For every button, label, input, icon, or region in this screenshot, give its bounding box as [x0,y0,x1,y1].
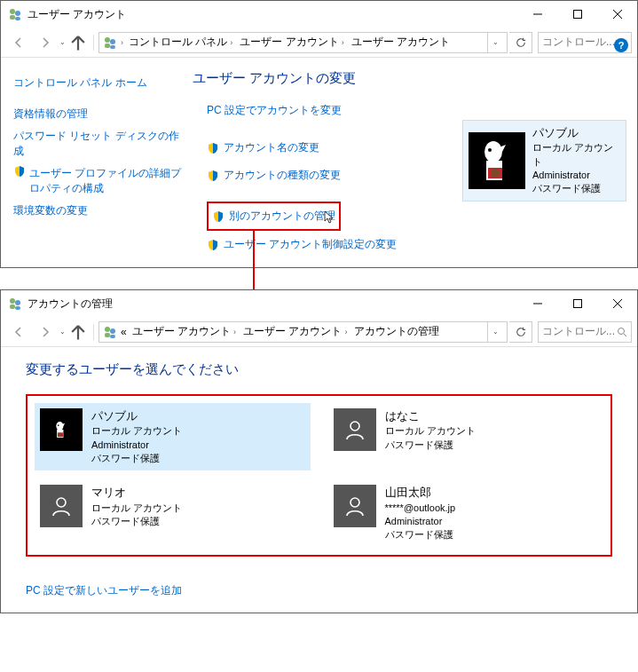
svg-point-43 [351,498,359,507]
svg-rect-3 [15,17,20,20]
close-button[interactable] [597,1,637,28]
account-detail: パスワード保護 [91,515,182,528]
svg-point-1 [15,11,20,16]
recent-dropdown[interactable]: ⌄ [59,328,66,336]
help-button[interactable]: ? [614,38,628,52]
close-button[interactable] [597,290,637,317]
window-title: アカウントの管理 [28,296,517,312]
cpl-home-link[interactable]: コントロール パネル ホーム [13,72,187,94]
page-title: ユーザー アカウントの変更 [193,70,625,87]
breadcrumb[interactable]: ユーザー アカウント [350,35,452,50]
uac-settings-link[interactable]: ユーザー アカウント制御設定の変更 [224,233,397,256]
shield-icon [207,142,219,154]
manage-accounts-window: アカウントの管理 ⌄ « ユーザー アカウント› ユーザー アカウント› アカウ… [0,289,638,613]
svg-rect-24 [15,306,20,310]
account-detail: Administrator [385,515,456,528]
breadcrumb[interactable]: アカウントの管理 [352,324,441,339]
navbar: ⌄ › コントロール パネル› ユーザー アカウント› ユーザー アカウント ⌄… [1,28,637,58]
account-name: パソブル [532,125,620,141]
refresh-button[interactable] [509,32,532,53]
address-dropdown[interactable]: ⌄ [487,322,503,342]
account-role: Administrator [532,169,620,182]
shield-icon [212,210,224,223]
shield-icon [207,239,219,251]
svg-point-21 [10,298,15,304]
account-tile[interactable]: はなこローカル アカウントパスワード保護 [328,403,604,470]
manage-other-highlighted: 別のアカウントの管理 [207,202,341,231]
avatar [40,408,83,451]
maximize-button[interactable] [557,1,597,28]
manage-other-link[interactable]: 別のアカウントの管理 [229,205,335,227]
svg-point-40 [59,433,62,437]
minimize-button[interactable] [517,290,557,317]
breadcrumb[interactable]: コントロール パネル› [127,35,234,50]
breadcrumb-overflow[interactable]: « [121,326,127,338]
search-icon [617,327,627,337]
svg-point-42 [57,498,66,507]
navbar: ⌄ « ユーザー アカウント› ユーザー アカウント› アカウントの管理 ⌄ コ… [1,317,637,347]
breadcrumb[interactable]: ユーザー アカウント› [130,324,238,339]
recent-dropdown[interactable]: ⌄ [59,38,66,46]
svg-point-16 [488,148,492,152]
avatar [334,485,376,527]
credentials-link[interactable]: 資格情報の管理 [13,103,187,125]
password-disk-link[interactable]: パスワード リセット ディスクの作成 [13,125,187,162]
account-detail: Administrator [91,439,182,452]
account-tile[interactable]: 山田太郎*****@outlook.jpAdministratorパスワード保護 [328,479,604,547]
account-type: ローカル アカウント [532,141,620,169]
titlebar: アカウントの管理 [1,290,637,317]
svg-point-33 [618,328,625,334]
minimize-button[interactable] [517,1,557,28]
svg-point-22 [15,300,20,305]
account-grid: パソブルローカル アカウントAdministratorパスワード保護はなこローカ… [26,394,612,557]
profile-props-link[interactable]: ユーザー プロファイルの詳細プロパティの構成 [29,162,187,200]
avatar [334,408,376,451]
account-pw: パスワード保護 [532,182,620,195]
svg-point-15 [484,141,502,162]
breadcrumb[interactable]: ユーザー アカウント› [238,35,345,50]
svg-point-8 [105,37,110,43]
change-type-link[interactable]: アカウントの種類の変更 [224,164,341,186]
account-detail: *****@outlook.jp [385,502,456,515]
avatar [469,132,525,189]
search-input[interactable]: コントロール... [538,321,632,343]
back-button[interactable] [6,321,31,343]
forward-button[interactable] [33,321,58,343]
account-tile[interactable]: マリオローカル アカウントパスワード保護 [35,479,311,547]
account-name: マリオ [91,485,182,501]
forward-button[interactable] [33,32,58,53]
address-bar[interactable]: « ユーザー アカウント› ユーザー アカウント› アカウントの管理 ⌄ [98,321,508,343]
up-button[interactable] [67,321,89,343]
add-user-link[interactable]: PC 設定で新しいユーザーを追加 [26,583,612,598]
pc-settings-link[interactable]: PC 設定でアカウントを変更 [207,99,625,122]
address-dropdown[interactable]: ⌄ [487,33,503,52]
account-detail: パスワード保護 [385,439,476,452]
user-accounts-icon [103,325,117,339]
svg-point-29 [105,327,110,332]
shield-icon [13,165,26,178]
back-button[interactable] [6,32,31,53]
account-name: パソブル [91,408,182,424]
page-title: 変更するユーザーを選んでください [26,361,612,378]
maximize-button[interactable] [557,290,597,317]
breadcrumb[interactable]: ユーザー アカウント› [241,324,349,339]
account-name: 山田太郎 [385,485,456,501]
env-vars-link[interactable]: 環境変数の変更 [13,200,187,222]
svg-rect-11 [110,45,115,49]
user-accounts-icon [8,296,22,311]
account-detail: パスワード保護 [91,452,182,465]
svg-rect-10 [105,43,110,48]
svg-point-0 [10,9,15,14]
svg-rect-5 [573,11,581,19]
svg-point-9 [110,39,115,44]
cursor-icon [322,210,336,225]
address-bar[interactable]: › コントロール パネル› ユーザー アカウント› ユーザー アカウント ⌄ [98,32,508,53]
up-button[interactable] [67,32,89,53]
user-accounts-icon [103,36,117,50]
account-tile[interactable]: パソブルローカル アカウントAdministratorパスワード保護 [35,403,311,470]
rename-account-link[interactable]: アカウント名の変更 [224,137,319,159]
refresh-button[interactable] [509,321,532,343]
account-detail: ローカル アカウント [91,424,182,438]
svg-point-36 [56,422,63,431]
svg-line-34 [624,334,626,336]
